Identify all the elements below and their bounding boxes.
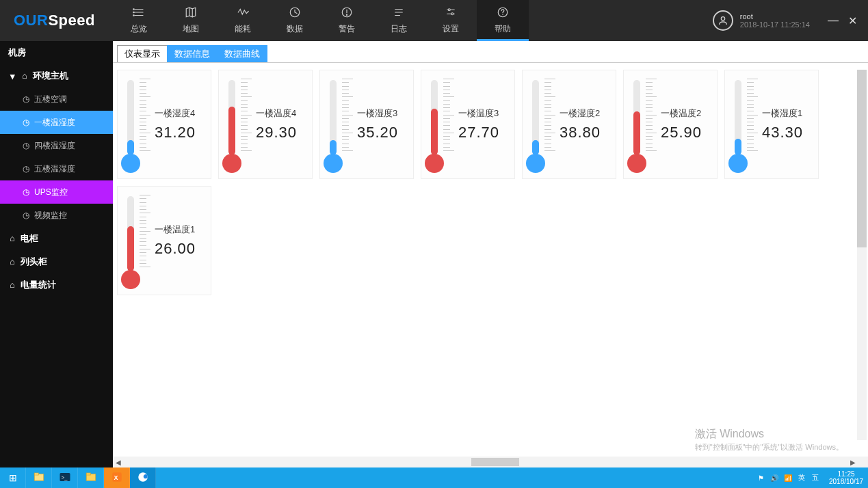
nav-label: 日志 xyxy=(391,23,407,35)
user-box[interactable]: root 2018-10-17 11:25:14 xyxy=(713,10,810,31)
hscroll-right-arrow-icon[interactable]: ▶ xyxy=(847,457,858,467)
hscroll-thumb[interactable] xyxy=(471,458,519,466)
thermometer-ticks xyxy=(140,79,152,151)
sidebar-group-power[interactable]: ⌂电量统计 xyxy=(0,273,113,297)
main-area: 仪表显示数据信息数据曲线 一楼湿度4 31.20 一楼温度4 29.30 xyxy=(113,41,868,467)
taskbar-app-edge[interactable] xyxy=(130,467,156,488)
log-icon xyxy=(392,6,406,23)
taskbar-app-file-explorer[interactable] xyxy=(26,467,52,488)
gauge-value: 31.20 xyxy=(155,124,207,141)
vertical-scrollbar-thumb[interactable] xyxy=(857,70,867,247)
tray-ime-五-icon[interactable]: 五 xyxy=(811,473,820,483)
gauge-card-6[interactable]: 一楼湿度1 43.30 xyxy=(724,70,819,179)
nav-item-log[interactable]: 日志 xyxy=(373,0,425,41)
nav-item-data[interactable]: 数据 xyxy=(269,0,321,41)
gauge-text: 一楼温度4 29.30 xyxy=(256,107,312,141)
gauge-card-0[interactable]: 一楼湿度4 31.20 xyxy=(117,70,211,179)
nav-label: 能耗 xyxy=(235,23,251,35)
nav-item-help[interactable]: 帮助 xyxy=(477,0,529,41)
gauge-label: 一楼湿度2 xyxy=(560,107,611,120)
tab-2[interactable]: 数据曲线 xyxy=(217,45,267,62)
sidebar-group-cabinet[interactable]: ⌂电柜 xyxy=(0,227,113,250)
hscroll-track[interactable] xyxy=(124,457,847,467)
thermometer-icon xyxy=(320,73,357,176)
tab-1[interactable]: 数据信息 xyxy=(167,45,218,62)
gauge-icon: ◷ xyxy=(22,118,30,127)
sidebar-item-1[interactable]: ◷一楼温湿度 xyxy=(0,111,113,134)
taskbar-app-xampp[interactable]: X xyxy=(104,467,130,488)
gauge-card-3[interactable]: 一楼温度3 27.70 xyxy=(421,70,515,179)
nav-item-energy[interactable]: 能耗 xyxy=(217,0,269,41)
clock-time: 11:25 xyxy=(837,470,854,478)
tray-sound-icon[interactable]: 🔊 xyxy=(770,473,779,483)
gauge-icon: ◷ xyxy=(22,141,30,150)
thermometer-fill xyxy=(330,140,337,155)
gauge-text: 一楼湿度4 31.20 xyxy=(155,107,211,141)
tabs: 仪表显示数据信息数据曲线 xyxy=(113,45,868,63)
thermometer-ticks xyxy=(443,79,456,151)
sidebar-item-label: 一楼温湿度 xyxy=(34,117,75,128)
minimize-button[interactable]: — xyxy=(828,14,839,27)
file-explorer-icon xyxy=(33,471,45,485)
svg-point-16 xyxy=(448,9,450,11)
start-button[interactable]: ⊞ xyxy=(0,467,26,488)
gauge-card-4[interactable]: 一楼湿度2 38.80 xyxy=(522,70,616,179)
gauge-card-5[interactable]: 一楼温度2 25.90 xyxy=(623,70,718,179)
sidebar-item-4[interactable]: ◷UPS监控 xyxy=(0,180,113,204)
tab-0[interactable]: 仪表显示 xyxy=(117,45,168,62)
tray-flag-icon[interactable]: ⚑ xyxy=(756,473,765,483)
thermometer-bulb xyxy=(425,154,444,173)
gauge-label: 一楼湿度4 xyxy=(155,107,207,120)
thermometer-ticks xyxy=(140,195,152,267)
thermometer-ticks xyxy=(747,79,759,151)
horizontal-scrollbar[interactable]: ◀ ▶ xyxy=(113,457,858,467)
taskbar-app-folder[interactable] xyxy=(78,467,104,488)
nav-label: 总览 xyxy=(131,23,147,35)
sidebar-item-5[interactable]: ◷视频监控 xyxy=(0,204,113,227)
gauge-text: 一楼湿度1 43.30 xyxy=(762,107,818,141)
settings-icon xyxy=(444,6,458,23)
thermometer-ticks xyxy=(241,79,253,151)
nav-item-map[interactable]: 地图 xyxy=(165,0,217,41)
sidebar-group-env[interactable]: ▾⌂环境主机 xyxy=(0,64,113,87)
taskbar-apps: >_X xyxy=(26,467,156,488)
tray-ime-en-icon[interactable]: 英 xyxy=(797,473,806,483)
body: 机房▾⌂环境主机◷五楼空调◷一楼温湿度◷四楼温湿度◷五楼温湿度◷UPS监控◷视频… xyxy=(0,41,868,467)
sidebar-item-0[interactable]: ◷五楼空调 xyxy=(0,87,113,111)
sidebar-item-2[interactable]: ◷四楼温湿度 xyxy=(0,134,113,157)
scroll-corner xyxy=(858,457,868,467)
svg-point-21 xyxy=(721,17,724,21)
gauge-value: 26.00 xyxy=(155,240,207,258)
watermark-line2: 转到"控制面板"中的"系统"以激活 Windows。 xyxy=(695,442,843,452)
sidebar-item-label: 视频监控 xyxy=(34,210,67,221)
thermometer-tube xyxy=(330,80,337,155)
sidebar-item-label: 五楼温湿度 xyxy=(34,163,75,175)
app-window: OURSpeed 总览地图能耗数据警告日志设置帮助 root 2018-10-1… xyxy=(0,0,868,467)
sidebar-item-3[interactable]: ◷五楼温湿度 xyxy=(0,157,113,180)
xampp-icon: X xyxy=(111,471,123,485)
tray-network-icon[interactable]: 📶 xyxy=(783,473,793,483)
gauge-text: 一楼湿度2 38.80 xyxy=(560,107,616,141)
gauge-value: 43.30 xyxy=(762,124,814,141)
hscroll-left-arrow-icon[interactable]: ◀ xyxy=(113,457,124,467)
nav-label: 帮助 xyxy=(495,23,511,35)
thermometer-icon xyxy=(219,73,256,176)
nav-item-overview[interactable]: 总览 xyxy=(113,0,165,41)
sidebar-group-header[interactable]: ⌂列头柜 xyxy=(0,250,113,273)
tab-label: 仪表显示 xyxy=(124,48,160,60)
taskbar-app-powershell[interactable]: >_ xyxy=(52,467,78,488)
taskbar-clock[interactable]: 11:25 2018/10/17 xyxy=(824,467,868,488)
gauge-card-2[interactable]: 一楼湿度3 35.20 xyxy=(319,70,414,179)
gauge-value: 25.90 xyxy=(661,124,713,141)
thermometer-bulb xyxy=(121,270,140,289)
gauge-card-1[interactable]: 一楼温度4 29.30 xyxy=(218,70,313,179)
nav-item-alert[interactable]: 警告 xyxy=(321,0,373,41)
edge-icon xyxy=(137,471,149,485)
nav-label: 警告 xyxy=(339,23,355,35)
gauge-grid: 一楼湿度4 31.20 一楼温度4 29.30 一楼湿度3 35.20 一楼温度… xyxy=(117,70,864,295)
gauge-card-7[interactable]: 一楼温度1 26.00 xyxy=(117,186,211,295)
svg-point-18 xyxy=(451,13,453,15)
close-button[interactable]: ✕ xyxy=(848,14,857,27)
gauge-label: 一楼湿度3 xyxy=(357,107,409,120)
nav-item-settings[interactable]: 设置 xyxy=(425,0,477,41)
